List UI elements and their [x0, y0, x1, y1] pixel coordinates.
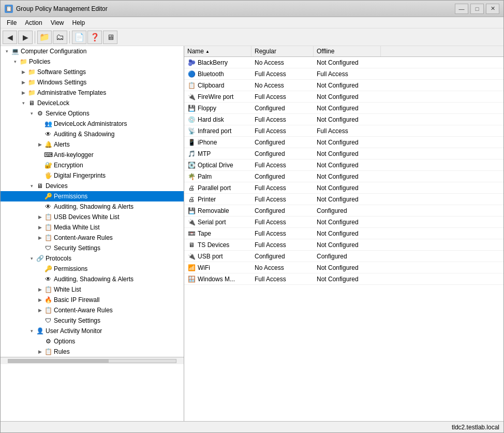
col-regular-header[interactable]: Regular — [251, 46, 314, 56]
tree-item-basic-ip-firewall[interactable]: ▶🔥Basic IP Firewall — [1, 295, 184, 305]
table-body: 🫐BlackBerryNo AccessNot Configured🔵Bluet… — [184, 57, 503, 285]
export-button[interactable]: 📄 — [72, 31, 86, 44]
table-row-4[interactable]: 💾FloppyConfiguredNot Configured — [184, 103, 503, 114]
table-cell-name-text-16: TS Devices — [198, 241, 229, 249]
file-menu[interactable]: File — [3, 18, 21, 27]
table-row-17[interactable]: 🔌USB portConfiguredConfigured — [184, 251, 503, 262]
tree-expand-basic-ip-firewall[interactable]: ▶ — [36, 296, 44, 304]
tree-expand-content-aware-rules[interactable]: ▶ — [36, 234, 44, 242]
tree-item-windows-settings[interactable]: ▶📁Windows Settings — [1, 77, 184, 88]
tree-pane[interactable]: ▾💻Computer Configuration▾📁Policies▶📁Soft… — [1, 46, 184, 421]
tree-expand-devices[interactable]: ▾ — [27, 182, 36, 190]
help-button[interactable]: ❓ — [87, 31, 102, 44]
table-row-3[interactable]: 🔌FireWire portFull AccessNot Configured — [184, 91, 503, 103]
table-row-5[interactable]: 💿Hard diskFull AccessNot Configured — [184, 114, 503, 125]
tree-item-anti-keylogger[interactable]: ⌨Anti-keylogger — [1, 150, 184, 160]
tree-item-devicelock[interactable]: ▾🖥DeviceLock — [1, 98, 184, 108]
tree-label-policies: Policies — [29, 58, 50, 65]
tree-expand-usb-devices-white-list[interactable]: ▶ — [36, 213, 44, 221]
action-menu[interactable]: Action — [21, 18, 46, 27]
forward-button[interactable]: ▶ — [18, 31, 33, 44]
tree-expand-software-settings[interactable]: ▶ — [19, 68, 27, 76]
window-controls: — □ ✕ — [455, 4, 499, 14]
tree-item-encryption[interactable]: 🔐Encryption — [1, 160, 184, 170]
right-pane[interactable]: Name ▲ Regular Offline 🫐BlackBerryNo Acc… — [184, 46, 503, 421]
tree-h-scrollbar[interactable] — [1, 357, 184, 364]
tree-item-protocols-content-aware[interactable]: ▶📋Content-Aware Rules — [1, 305, 184, 315]
tree-item-protocols-security[interactable]: 🛡Security Settings — [1, 315, 184, 326]
tree-expand-service-options[interactable]: ▾ — [27, 109, 36, 118]
tree-expand-alerts[interactable]: ▶ — [36, 140, 44, 149]
tree-item-options[interactable]: ⚙Options — [1, 336, 184, 347]
tree-item-protocols-auditing[interactable]: 👁Auditing, Shadowing & Alerts — [1, 274, 184, 284]
properties-button[interactable]: 🖥 — [103, 31, 117, 44]
tree-expand-media-white-list[interactable]: ▶ — [36, 223, 44, 232]
table-row-1[interactable]: 🔵BluetoothFull AccessFull Access — [184, 68, 503, 80]
tree-item-white-list[interactable]: ▶📋White List — [1, 284, 184, 295]
tree-item-devices[interactable]: ▾🖥Devices — [1, 181, 184, 191]
tree-item-user-activity-monitor[interactable]: ▾👤User Activity Monitor — [1, 326, 184, 336]
tree-expand-protocols-content-aware[interactable]: ▶ — [36, 306, 44, 314]
tree-expand-user-activity-monitor[interactable]: ▾ — [27, 327, 36, 335]
tree-item-content-aware-rules[interactable]: ▶📋Content-Aware Rules — [1, 233, 184, 243]
tree-expand-rules[interactable]: ▶ — [36, 348, 44, 356]
table-row-9[interactable]: 💽Optical DriveFull AccessNot Configured — [184, 160, 503, 171]
tree-item-media-white-list[interactable]: ▶📋Media White List — [1, 222, 184, 233]
tree-item-digital-fingerprints[interactable]: 🖐Digital Fingerprints — [1, 170, 184, 181]
tree-item-auditing-shadowing-alerts[interactable]: 👁Auditing, Shadowing & Alerts — [1, 201, 184, 212]
table-row-13[interactable]: 💾RemovableConfiguredConfigured — [184, 205, 503, 216]
back-button[interactable]: ◀ — [3, 31, 17, 44]
close-button[interactable]: ✕ — [486, 4, 499, 14]
table-row-6[interactable]: 📡Infrared portFull AccessFull Access — [184, 125, 503, 137]
tree-item-admin-templates[interactable]: ▶📁Administrative Templates — [1, 88, 184, 98]
tree-item-usb-devices-white-list[interactable]: ▶📋USB Devices White List — [1, 212, 184, 222]
tree-item-auditing-shadowing[interactable]: 👁Auditing & Shadowing — [1, 129, 184, 139]
minimize-button[interactable]: — — [455, 4, 468, 14]
table-row-15[interactable]: 📼TapeFull AccessNot Configured — [184, 228, 503, 239]
tree-item-protocols[interactable]: ▾🔗Protocols — [1, 253, 184, 264]
tree-item-protocols-permissions[interactable]: 🔑Permissions — [1, 264, 184, 274]
help-menu[interactable]: Help — [68, 18, 90, 27]
table-cell-offline-18: Not Configured — [314, 262, 381, 273]
tree-label-usb-devices-white-list: USB Devices White List — [54, 213, 120, 221]
tree-expand-admin-templates[interactable]: ▶ — [19, 89, 27, 97]
tree-item-rules[interactable]: ▶📋Rules — [1, 347, 184, 357]
tree-item-computer-config[interactable]: ▾💻Computer Configuration — [1, 46, 184, 56]
table-row-18[interactable]: 📶WiFiNo AccessNot Configured — [184, 262, 503, 273]
tree-item-permissions[interactable]: 🔑Permissions — [1, 191, 184, 201]
tree-item-service-options[interactable]: ▾⚙Service Options — [1, 108, 184, 119]
table-cell-regular-16: Full Access — [251, 239, 314, 250]
tree-item-software-settings[interactable]: ▶📁Software Settings — [1, 67, 184, 77]
table-row-16[interactable]: 🖥TS DevicesFull AccessNot Configured — [184, 239, 503, 251]
view-menu[interactable]: View — [47, 18, 68, 27]
table-cell-regular-18: No Access — [251, 262, 314, 273]
tree-expand-computer-config[interactable]: ▾ — [3, 47, 11, 55]
tree-item-alerts[interactable]: ▶🔔Alerts — [1, 139, 184, 150]
tree-item-security-settings[interactable]: 🛡Security Settings — [1, 243, 184, 253]
scrollbar-thumb[interactable] — [8, 359, 176, 363]
up-button[interactable]: 📁 — [37, 31, 52, 44]
table-row-19[interactable]: 🪟Windows M...Full AccessNot Configured — [184, 273, 503, 285]
table-cell-offline-12: Not Configured — [314, 194, 381, 205]
tree-expand-protocols[interactable]: ▾ — [27, 254, 36, 263]
table-row-12[interactable]: 🖨PrinterFull AccessNot Configured — [184, 194, 503, 205]
table-row-2[interactable]: 📋ClipboardNo AccessNot Configured — [184, 80, 503, 91]
tree-expand-devicelock[interactable]: ▾ — [19, 99, 27, 107]
show-hide-button[interactable]: 🗂 — [53, 31, 67, 44]
table-row-8[interactable]: 🎵MTPConfiguredNot Configured — [184, 148, 503, 160]
tree-item-devicelock-admins[interactable]: 👥DeviceLock Administrators — [1, 119, 184, 129]
table-row-0[interactable]: 🫐BlackBerryNo AccessNot Configured — [184, 57, 503, 68]
tree-item-policies[interactable]: ▾📁Policies — [1, 56, 184, 67]
table-row-icon-4: 💾 — [187, 104, 196, 112]
table-row-7[interactable]: 📱iPhoneConfiguredNot Configured — [184, 137, 503, 148]
tree-expand-windows-settings[interactable]: ▶ — [19, 78, 27, 86]
tree-expand-policies[interactable]: ▾ — [11, 57, 19, 66]
table-row-10[interactable]: 🌴PalmConfiguredNot Configured — [184, 171, 503, 182]
maximize-button[interactable]: □ — [470, 4, 484, 14]
tree-expand-white-list[interactable]: ▶ — [36, 285, 44, 294]
table-row-11[interactable]: 🖨Parallel portFull AccessNot Configured — [184, 182, 503, 194]
col-name-header[interactable]: Name ▲ — [184, 46, 251, 56]
scrollbar-thumb-inner[interactable] — [8, 359, 109, 363]
table-row-14[interactable]: 🔌Serial portFull AccessNot Configured — [184, 216, 503, 228]
col-offline-header[interactable]: Offline — [314, 46, 381, 56]
